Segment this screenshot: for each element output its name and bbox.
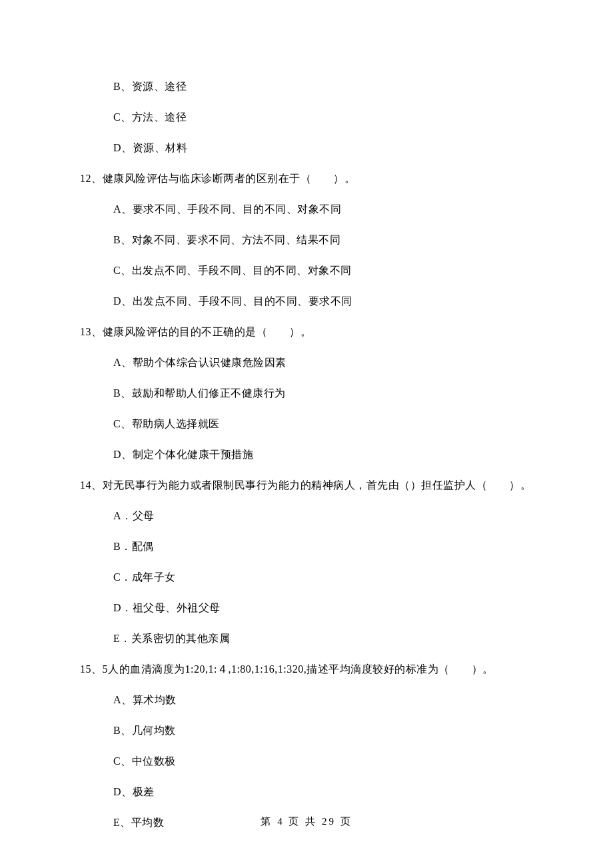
option: C、帮助病人选择就医: [80, 416, 533, 432]
option: A、帮助个体综合认识健康危险因素: [80, 355, 533, 371]
option: B、鼓励和帮助人们修正不健康行为: [80, 385, 533, 401]
question-13: 13、健康风险评估的目的不正确的是（ ）。: [80, 324, 533, 340]
question-15: 15、5人的血清滴度为1:20,1:４,1:80,1:16,1:320,描述平均…: [80, 661, 533, 677]
page-content: B、资源、途径 C、方法、途径 D、资源、材料 12、健康风险评估与临床诊断两者…: [0, 0, 613, 831]
option: E．关系密切的其他亲属: [80, 631, 533, 647]
option: A．父母: [80, 508, 533, 524]
option: D、制定个体化健康干预措施: [80, 447, 533, 463]
option: A、要求不同、手段不同、目的不同、对象不同: [80, 201, 533, 217]
option: A、算术均数: [80, 692, 533, 708]
page-footer: 第 4 页 共 29 页: [0, 815, 613, 828]
option: C、方法、途径: [80, 109, 533, 125]
option: D、资源、材料: [80, 140, 533, 156]
option: C、中位数极: [80, 753, 533, 769]
option: D．祖父母、外祖父母: [80, 600, 533, 616]
option: C、出发点不同、手段不同、目的不同、对象不同: [80, 263, 533, 279]
option: B、资源、途径: [80, 79, 533, 95]
option: D、极差: [80, 784, 533, 800]
option: B．配偶: [80, 539, 533, 555]
option: B、几何均数: [80, 723, 533, 739]
option: C．成年子女: [80, 569, 533, 585]
option: B、对象不同、要求不同、方法不同、结果不同: [80, 232, 533, 248]
question-14: 14、对无民事行为能力或者限制民事行为能力的精神病人，首先由（）担任监护人（ ）…: [80, 477, 533, 493]
option: D、出发点不同、手段不同、目的不同、要求不同: [80, 293, 533, 309]
question-12: 12、健康风险评估与临床诊断两者的区别在于（ ）。: [80, 171, 533, 187]
